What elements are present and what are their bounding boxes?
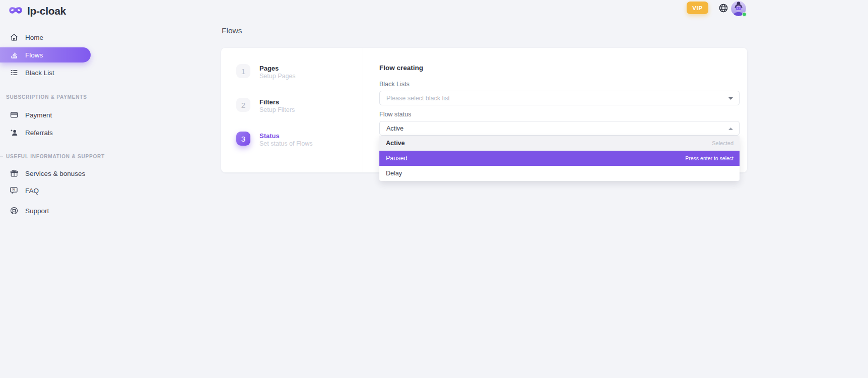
online-status-dot bbox=[742, 12, 747, 17]
black-lists-field: Black Lists Please select black list bbox=[379, 81, 740, 105]
flows-icon bbox=[10, 50, 19, 59]
sidebar-item-label: Flows bbox=[25, 51, 43, 59]
sidebar: lp-cloak Home Flows Black List SUBSCRIPT… bbox=[0, 0, 92, 378]
step-subtitle: Setup Filters bbox=[259, 106, 295, 114]
section-header-label: SUBSCRIPTION & PAYMENTS bbox=[6, 94, 87, 100]
option-label: Active bbox=[386, 140, 405, 147]
svg-text:?!: ?! bbox=[12, 188, 15, 192]
sidebar-item-payment[interactable]: Payment bbox=[0, 107, 91, 122]
referrals-icon bbox=[10, 128, 19, 137]
flow-wizard-card: 1 Pages Setup Pages 2 Filters Setup Filt… bbox=[221, 48, 747, 172]
step-status[interactable]: 3 Status Set status of Flows bbox=[236, 132, 363, 148]
step-title: Pages bbox=[259, 65, 296, 72]
step-number-badge: 2 bbox=[236, 98, 250, 112]
sidebar-item-black-list[interactable]: Black List bbox=[0, 65, 91, 80]
step-number-badge: 1 bbox=[236, 64, 250, 78]
step-filters[interactable]: 2 Filters Setup Filters bbox=[236, 98, 363, 114]
flow-status-dropdown: Active Selected Paused Press enter to se… bbox=[379, 136, 740, 181]
option-selected-badge: Selected bbox=[712, 140, 733, 146]
sidebar-item-label: Black List bbox=[25, 69, 54, 77]
flow-status-select[interactable]: Active bbox=[379, 121, 740, 136]
step-pages[interactable]: 1 Pages Setup Pages bbox=[236, 64, 363, 80]
step-subtitle: Set status of Flows bbox=[259, 140, 313, 148]
step-subtitle: Setup Pages bbox=[259, 73, 296, 80]
brand-logo: lp-cloak bbox=[8, 5, 66, 17]
vip-button[interactable]: VIP bbox=[687, 2, 708, 14]
brand-name: lp-cloak bbox=[27, 5, 66, 17]
flow-status-field: Flow status Active Active Selected Pause… bbox=[379, 111, 740, 136]
sidebar-item-label: Home bbox=[25, 34, 43, 41]
sidebar-item-support[interactable]: Support bbox=[0, 203, 91, 218]
option-label: Delay bbox=[386, 170, 402, 177]
user-avatar[interactable] bbox=[731, 1, 746, 16]
lifebuoy-icon bbox=[10, 206, 19, 215]
black-lists-label: Black Lists bbox=[379, 81, 740, 88]
sidebar-item-referrals[interactable]: Referrals bbox=[0, 125, 91, 140]
black-list-icon bbox=[10, 68, 19, 77]
sidebar-item-home[interactable]: Home bbox=[0, 30, 91, 45]
black-lists-placeholder: Please select black list bbox=[386, 95, 450, 102]
sidebar-item-flows[interactable]: Flows bbox=[0, 47, 91, 62]
gift-icon bbox=[10, 169, 19, 178]
flow-status-label: Flow status bbox=[379, 111, 740, 118]
sidebar-section-support: USEFUL INFORMATION & SUPPORT bbox=[0, 153, 85, 160]
panel-title: Flow creating bbox=[379, 65, 740, 71]
flow-status-value: Active bbox=[386, 125, 404, 132]
section-header-label: USEFUL INFORMATION & SUPPORT bbox=[6, 154, 105, 159]
wizard-steps: 1 Pages Setup Pages 2 Filters Setup Filt… bbox=[221, 48, 363, 172]
option-paused[interactable]: Paused Press enter to select bbox=[379, 151, 740, 166]
chevron-down-icon bbox=[728, 97, 733, 100]
sidebar-item-faq[interactable]: ?! FAQ bbox=[0, 183, 91, 198]
chevron-up-icon bbox=[728, 128, 733, 130]
option-delay[interactable]: Delay bbox=[379, 166, 740, 181]
option-active[interactable]: Active Selected bbox=[379, 136, 740, 151]
faq-icon: ?! bbox=[10, 186, 19, 195]
sidebar-item-services[interactable]: Services & bonuses bbox=[0, 166, 91, 181]
sidebar-item-label: Referrals bbox=[25, 129, 53, 137]
black-lists-select[interactable]: Please select black list bbox=[379, 91, 740, 105]
home-icon bbox=[10, 33, 19, 42]
step-title: Status bbox=[259, 132, 313, 140]
option-hint-badge: Press enter to select bbox=[685, 155, 733, 161]
brand-mask-icon bbox=[8, 6, 23, 17]
sidebar-item-label: Payment bbox=[25, 111, 52, 119]
sidebar-item-label: FAQ bbox=[25, 187, 39, 195]
flow-creating-panel: Flow creating Black Lists Please select … bbox=[363, 48, 747, 172]
sidebar-item-label: Support bbox=[25, 207, 49, 215]
sidebar-section-subscription: SUBSCRIPTION & PAYMENTS bbox=[0, 93, 85, 100]
option-label: Paused bbox=[386, 155, 407, 162]
step-title: Filters bbox=[259, 98, 295, 106]
page-title: Flows bbox=[222, 26, 242, 35]
sidebar-item-label: Services & bonuses bbox=[25, 170, 85, 177]
payment-icon bbox=[10, 110, 19, 119]
step-number-badge: 3 bbox=[236, 132, 250, 146]
globe-icon[interactable] bbox=[718, 3, 728, 13]
